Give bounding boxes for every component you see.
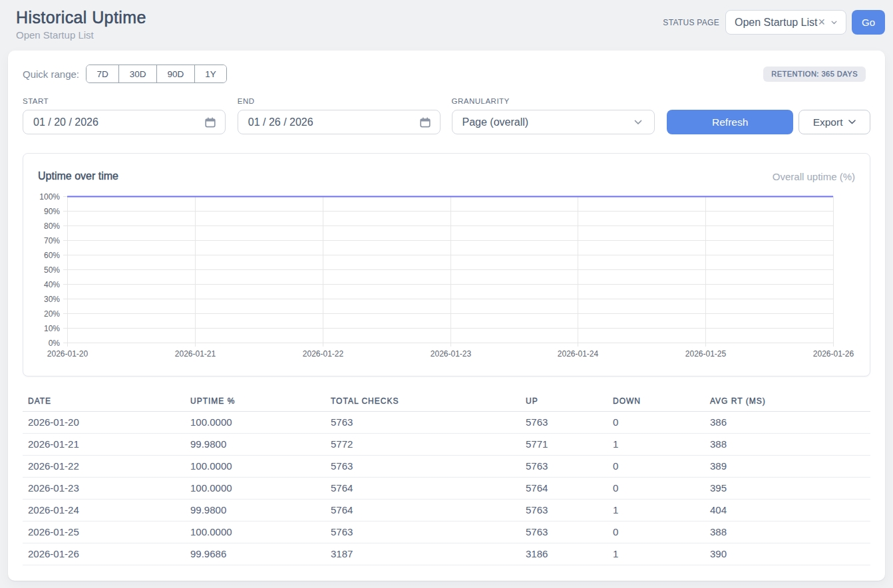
- uptime-line-chart: 0%10%20%30%40%50%60%70%80%90%100%2026-01…: [38, 188, 855, 368]
- export-button[interactable]: Export: [799, 110, 870, 134]
- end-date-input[interactable]: 01 / 26 / 2026: [238, 110, 441, 134]
- chevron-down-icon: [634, 120, 642, 125]
- column-header: DOWN: [608, 392, 705, 411]
- column-header: UPTIME %: [185, 392, 325, 411]
- table-row: 2026-01-2699.9686318731861390: [23, 543, 870, 565]
- table-cell: 2026-01-26: [23, 543, 185, 565]
- table-cell: 3187: [325, 543, 520, 565]
- table-cell: 100.0000: [185, 521, 325, 543]
- table-row: 2026-01-20100.0000576357630386: [23, 411, 870, 433]
- svg-text:2026-01-23: 2026-01-23: [431, 349, 472, 359]
- table-cell: 0: [608, 411, 705, 433]
- end-date-value: 01 / 26 / 2026: [248, 116, 420, 128]
- table-cell: 99.9686: [185, 543, 325, 565]
- page-subtitle: Open Startup List: [16, 29, 146, 42]
- table-cell: 5771: [520, 433, 608, 455]
- table-cell: 2026-01-22: [23, 455, 185, 477]
- table-cell: 5764: [325, 477, 520, 499]
- table-cell: 5763: [325, 521, 520, 543]
- retention-badge: RETENTION: 365 DAYS: [763, 67, 866, 82]
- svg-text:100%: 100%: [39, 192, 60, 202]
- svg-text:2026-01-20: 2026-01-20: [47, 349, 89, 359]
- quick-range-row: Quick range: 7D 30D 90D 1Y RETENTION: 36…: [23, 65, 870, 83]
- table-row: 2026-01-25100.0000576357630388: [23, 521, 870, 543]
- table-cell: 5763: [520, 521, 608, 543]
- table-cell: 1: [608, 543, 705, 565]
- chevron-down-icon: [848, 120, 856, 124]
- svg-text:30%: 30%: [44, 295, 60, 304]
- table-row: 2026-01-23100.0000576457640395: [23, 477, 870, 499]
- table-cell: 5772: [325, 433, 520, 455]
- status-page-select[interactable]: Open Startup List ×: [725, 10, 846, 35]
- table-cell: 388: [705, 521, 870, 543]
- column-header: AVG RT (MS): [705, 392, 870, 411]
- refresh-button[interactable]: Refresh: [667, 110, 793, 134]
- svg-text:20%: 20%: [44, 309, 60, 319]
- quick-range-7d-button[interactable]: 7D: [87, 65, 118, 82]
- svg-text:2026-01-26: 2026-01-26: [813, 349, 854, 359]
- svg-text:60%: 60%: [44, 251, 60, 260]
- table-cell: 2026-01-21: [23, 433, 185, 455]
- chart-header: Uptime over time Overall uptime (%): [38, 164, 855, 188]
- table-cell: 0: [608, 521, 705, 543]
- export-label: Export: [813, 116, 843, 128]
- table-cell: 5764: [520, 477, 608, 499]
- svg-text:80%: 80%: [44, 221, 60, 231]
- table-cell: 386: [705, 411, 870, 433]
- page-heading: Historical Uptime Open Startup List: [16, 8, 146, 42]
- table-cell: 5763: [325, 411, 520, 433]
- svg-text:0%: 0%: [49, 339, 61, 348]
- main-card: Quick range: 7D 30D 90D 1Y RETENTION: 36…: [8, 51, 885, 581]
- table-cell: 2026-01-23: [23, 477, 185, 499]
- svg-text:2026-01-25: 2026-01-25: [685, 349, 727, 359]
- column-header: UP: [520, 392, 608, 411]
- chart-unit-label: Overall uptime (%): [773, 171, 855, 182]
- calendar-icon[interactable]: [420, 117, 431, 128]
- svg-text:50%: 50%: [44, 265, 60, 275]
- table-cell: 1: [608, 433, 705, 455]
- table-cell: 395: [705, 477, 870, 499]
- quick-range-group: 7D 30D 90D 1Y: [86, 65, 227, 83]
- status-page-label: STATUS PAGE: [663, 18, 719, 27]
- calendar-icon[interactable]: [205, 117, 216, 128]
- column-header: TOTAL CHECKS: [325, 392, 520, 411]
- granularity-label: GRANULARITY: [452, 97, 655, 105]
- uptime-table: DATEUPTIME %TOTAL CHECKSUPDOWNAVG RT (MS…: [23, 392, 870, 565]
- svg-text:90%: 90%: [44, 207, 60, 216]
- go-button[interactable]: Go: [852, 10, 885, 35]
- table-cell: 3186: [520, 543, 608, 565]
- table-cell: 2026-01-20: [23, 411, 185, 433]
- table-cell: 100.0000: [185, 411, 325, 433]
- table-cell: 1: [608, 499, 705, 521]
- uptime-chart-card: Uptime over time Overall uptime (%) 0%10…: [23, 153, 870, 376]
- svg-text:2026-01-21: 2026-01-21: [175, 349, 216, 359]
- table-cell: 99.9800: [185, 433, 325, 455]
- quick-range-30d-button[interactable]: 30D: [118, 65, 156, 82]
- topbar: Historical Uptime Open Startup List STAT…: [0, 0, 893, 42]
- table-cell: 2026-01-24: [23, 499, 185, 521]
- end-date-label: END: [238, 97, 441, 105]
- table-cell: 100.0000: [185, 455, 325, 477]
- svg-text:2026-01-24: 2026-01-24: [558, 349, 599, 359]
- status-page-value: Open Startup List: [735, 17, 818, 29]
- table-cell: 390: [705, 543, 870, 565]
- table-cell: 389: [705, 455, 870, 477]
- chevron-down-icon: [831, 20, 837, 25]
- quick-range-label: Quick range:: [23, 69, 79, 80]
- svg-text:40%: 40%: [44, 280, 60, 289]
- chart-title: Uptime over time: [38, 170, 118, 182]
- table-cell: 0: [608, 477, 705, 499]
- start-date-input[interactable]: 01 / 20 / 2026: [23, 110, 226, 134]
- quick-range-1y-button[interactable]: 1Y: [194, 65, 227, 82]
- clear-selection-icon[interactable]: ×: [818, 16, 826, 28]
- table-cell: 5764: [325, 499, 520, 521]
- uptime-table-body: 2026-01-20100.00005763576303862026-01-21…: [23, 411, 870, 565]
- svg-text:70%: 70%: [44, 236, 60, 245]
- svg-text:10%: 10%: [44, 324, 60, 333]
- granularity-value: Page (overall): [462, 116, 635, 128]
- start-date-value: 01 / 20 / 2026: [33, 116, 205, 128]
- table-cell: 388: [705, 433, 870, 455]
- table-cell: 0: [608, 455, 705, 477]
- granularity-select[interactable]: Page (overall): [452, 110, 655, 134]
- quick-range-90d-button[interactable]: 90D: [156, 65, 194, 82]
